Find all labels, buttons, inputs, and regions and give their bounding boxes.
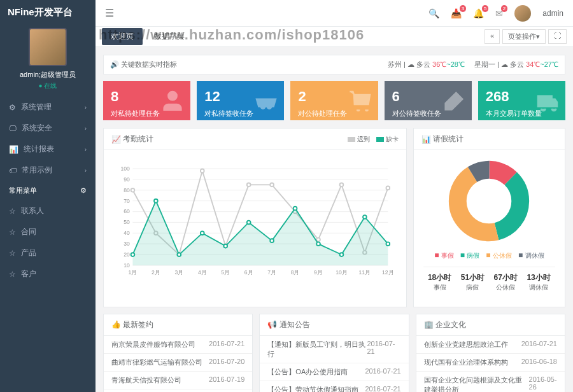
list-item[interactable]: 【公告】劳动节休假通知指南2016-07-21	[260, 381, 408, 392]
topbar: ☰ 🔍 📥3 🔔5 ✉2 admin	[96, 0, 573, 27]
list-item[interactable]: 青海航天信投有限公司2016-07-19	[104, 372, 252, 389]
svg-text:10: 10	[124, 262, 130, 269]
nav-item[interactable]: 📊统计报表›	[0, 139, 96, 160]
chart-icon: 📈	[111, 135, 123, 144]
weather-item: 星期一 | ☁ 多云 34℃~27℃	[474, 60, 558, 69]
list-item[interactable]: 南京荣晨皮件服饰有限公司2016-07-21	[104, 336, 252, 354]
nav-item[interactable]: 🏷常用示例›	[0, 160, 96, 181]
svg-text:9月: 9月	[314, 269, 323, 276]
list-panel: 👍 最新签约南京荣晨皮件服饰有限公司2016-07-21曲靖市律彩燃气运输有限公…	[103, 314, 253, 392]
online-status: 在线	[0, 81, 96, 90]
nav-item[interactable]: 🖵系统安全›	[0, 118, 96, 139]
bell-icon[interactable]: 🔔5	[473, 8, 484, 18]
svg-text:20: 20	[124, 251, 130, 258]
svg-point-56	[363, 215, 367, 219]
svg-text:70: 70	[124, 198, 130, 204]
svg-point-42	[340, 183, 344, 186]
svg-point-54	[316, 242, 320, 246]
sidebar: NFine开发平台 admin;超级管理员 在线 ⚙系统管理›🖵系统安全›📊统计…	[0, 0, 96, 392]
mail-icon[interactable]: ✉2	[495, 8, 503, 18]
donut-chart	[448, 160, 530, 242]
svg-point-46	[131, 253, 135, 256]
svg-point-51	[247, 221, 251, 225]
svg-text:1月: 1月	[129, 269, 138, 276]
legend-item: 调休假	[518, 251, 544, 260]
legend-item: 公休假	[486, 251, 512, 260]
chart-icon: 📊	[421, 135, 433, 144]
avatar-small[interactable]	[514, 5, 531, 22]
svg-text:100: 100	[120, 165, 130, 172]
stat-card[interactable]: 8对私待处理任务	[103, 81, 190, 120]
svg-text:7月: 7月	[267, 269, 276, 276]
fav-item[interactable]: ☆联系人	[0, 200, 96, 221]
list-item[interactable]: 曲靖市律彩燃气运输有限公司2016-07-20	[104, 354, 252, 372]
stat-card[interactable]: 6对公待签收任务	[385, 81, 472, 120]
menu-toggle-icon[interactable]: ☰	[105, 7, 114, 19]
star-icon: ☆	[9, 270, 16, 279]
search-icon[interactable]: 🔍	[428, 8, 439, 18]
list-panel: 📢 通知公告【通知】新版员工守则，明日执行2016-07-21【公告】OA办公使…	[259, 314, 409, 392]
svg-text:10月: 10月	[336, 269, 348, 276]
list-item[interactable]: 吉林省蔬菜花卉科学研究院2016-07-17	[104, 389, 252, 392]
svg-text:12月: 12月	[382, 269, 394, 276]
nav-icon: ⚙	[9, 103, 16, 112]
tab[interactable]: 数据字典	[145, 28, 194, 45]
stat-card[interactable]: 2对公待处理任务	[290, 81, 378, 120]
profile-block: admin;超级管理员 在线	[0, 25, 96, 97]
svg-text:5月: 5月	[221, 269, 230, 276]
tabbar: 欢迎页数据字典 « 页签操作▾ ⛶	[96, 27, 573, 47]
attendance-panel: 📈 考勤统计 迟到 缺卡 1020304050607080901001月2月3月…	[103, 128, 407, 307]
list-item[interactable]: 【通知】新版员工守则，明日执行2016-07-21	[260, 336, 408, 363]
fav-item[interactable]: ☆合同	[0, 221, 96, 242]
svg-text:4月: 4月	[198, 269, 207, 276]
tab[interactable]: 欢迎页	[102, 28, 143, 45]
profile-name: admin;超级管理员	[0, 70, 96, 80]
main-nav: ⚙系统管理›🖵系统安全›📊统计报表›🏷常用示例›	[0, 97, 96, 181]
svg-point-36	[201, 169, 204, 173]
favorites-nav: ☆联系人☆合同☆产品☆客户	[0, 200, 96, 284]
star-icon: ☆	[9, 228, 16, 237]
fav-item[interactable]: ☆产品	[0, 242, 96, 263]
inbox-icon[interactable]: 📥3	[451, 8, 462, 18]
svg-text:80: 80	[124, 187, 130, 193]
fav-item[interactable]: ☆客户	[0, 263, 96, 284]
stat-card[interactable]: 12对私待签收任务	[197, 81, 284, 120]
svg-point-49	[201, 231, 204, 235]
svg-text:90: 90	[124, 176, 130, 183]
avatar-large	[29, 28, 67, 66]
svg-text:11月: 11月	[359, 269, 371, 276]
stat-card[interactable]: 268本月交易订单数量	[478, 81, 565, 120]
list-item[interactable]: 现代国有企业治理体系构构2016-06-18	[416, 354, 565, 372]
svg-point-44	[386, 186, 390, 190]
svg-point-55	[340, 253, 344, 256]
tab-ops-dropdown[interactable]: 页签操作▾	[502, 29, 546, 44]
weather-item: 苏州 | ☁ 多云 36℃~28℃	[388, 60, 465, 69]
alert-text: 关键数据实时指标	[121, 60, 177, 69]
svg-point-53	[294, 207, 297, 211]
svg-text:30: 30	[124, 241, 130, 247]
svg-text:8月: 8月	[291, 269, 300, 276]
nav-item[interactable]: ⚙系统管理›	[0, 97, 96, 118]
stat-cell: 13小时调休假	[522, 267, 555, 297]
svg-point-0	[169, 92, 177, 100]
svg-text:6月: 6月	[244, 269, 253, 276]
svg-text:40: 40	[124, 230, 130, 236]
panel-title: 请假统计	[433, 134, 463, 144]
panel-title: 🏢 企业文化	[416, 314, 565, 336]
star-icon: ☆	[9, 207, 16, 216]
list-item[interactable]: 创新企业党建思想政治工作2016-07-21	[416, 336, 565, 354]
legend-item: 事假	[434, 251, 454, 260]
svg-point-39	[270, 183, 274, 186]
username[interactable]: admin	[542, 9, 563, 18]
stat-cell: 67小时公休假	[489, 267, 522, 297]
brand-logo: NFine开发平台	[0, 0, 96, 25]
tab-prev-button[interactable]: «	[485, 29, 500, 44]
svg-point-52	[270, 239, 274, 242]
list-item[interactable]: 【公告】OA办公使用指南2016-07-21	[260, 363, 408, 381]
list-item[interactable]: 国有企业文化问题根源及文化重建举措分析2016-05-26	[416, 372, 565, 392]
svg-text:50: 50	[124, 219, 130, 225]
tab-expand-button[interactable]: ⛶	[548, 29, 567, 44]
panel-title: 📢 通知公告	[260, 314, 408, 336]
stat-cell: 51小时病假	[456, 267, 490, 297]
gear-icon[interactable]: ⚙	[80, 186, 87, 195]
